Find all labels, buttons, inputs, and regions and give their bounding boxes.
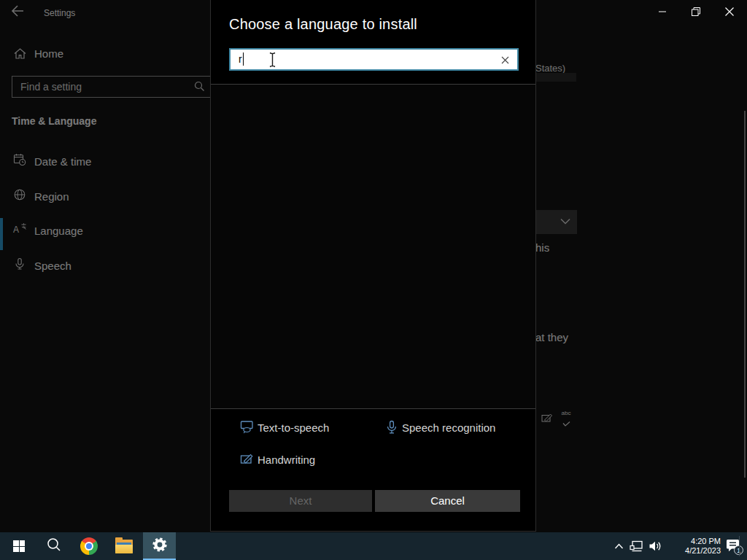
close-icon [725,7,735,17]
file-explorer-taskbar-button[interactable] [108,532,140,560]
speaker-icon [649,540,662,552]
network-tray-button[interactable] [627,532,645,560]
dialog-separator [211,408,535,409]
network-icon [630,540,643,552]
speech-recognition-icon [384,420,399,438]
close-button[interactable] [713,0,746,23]
taskbar: 4:20 PM 4/21/2023 1 [0,532,747,560]
minimize-icon [659,12,666,12]
chrome-taskbar-button[interactable] [73,532,105,560]
settings-taskbar-button-active[interactable] [143,532,176,560]
clear-x-icon [501,56,509,64]
legend-label: Text-to-speech [258,421,329,434]
clear-search-button[interactable] [496,52,514,68]
legend-speech-recognition: Speech recognition [384,420,530,438]
legend-label: Handwriting [258,454,315,466]
legend-handwriting: Handwriting [240,452,379,470]
clock-tray-button[interactable]: 4:20 PM 4/21/2023 [665,532,721,560]
restore-icon [692,7,701,17]
cancel-button[interactable]: Cancel [375,490,520,512]
gear-icon [152,537,168,556]
taskbar-search-button[interactable] [38,532,70,560]
mouse-cursor-ibeam [268,52,277,71]
window-controls [646,0,747,23]
text-caret [243,52,244,66]
text-to-speech-icon [240,420,255,438]
chevron-up-icon [614,543,624,549]
system-tray: 4:20 PM 4/21/2023 1 [607,532,747,560]
tray-date: 4/21/2023 [665,546,721,556]
dialog-title: Choose a language to install [229,16,417,33]
chrome-icon [80,537,98,555]
search-input-value: r [239,53,242,65]
action-center-button[interactable]: 1 [724,532,744,560]
file-explorer-icon [115,540,133,553]
legend-text-to-speech: Text-to-speech [240,420,379,438]
next-button[interactable]: Next [229,490,372,512]
hidden-icons-chevron-button[interactable] [611,532,626,560]
windows-logo-icon [13,540,25,552]
tray-time: 4:20 PM [665,537,721,546]
show-desktop-divider[interactable] [739,536,740,556]
volume-tray-button[interactable] [646,532,664,560]
legend-label: Speech recognition [402,421,495,434]
restore-button[interactable] [679,0,713,23]
start-button[interactable] [3,532,35,560]
language-results-list [211,85,535,408]
choose-language-dialog: Choose a language to install r Text-to-s… [210,0,536,532]
search-icon [47,537,61,555]
minimize-button[interactable] [646,0,679,23]
handwriting-icon [240,452,255,470]
